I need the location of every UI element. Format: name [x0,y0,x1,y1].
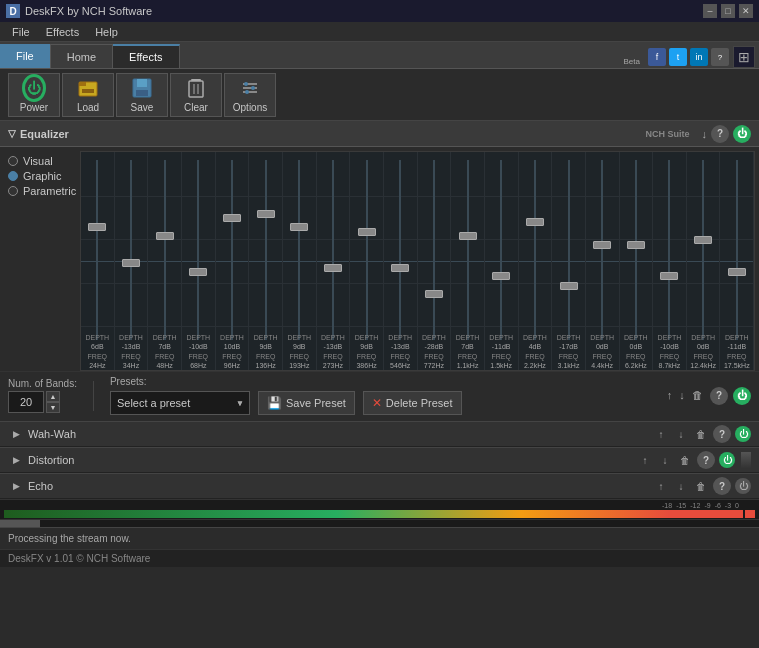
eq-band-handle-14[interactable] [560,282,578,290]
save-preset-button[interactable]: 💾 Save Preset [258,391,355,415]
eq-band-handle-10[interactable] [425,290,443,298]
eq-band-12[interactable]: DEPTH-11dBFREQ1.5kHz [485,152,519,370]
eq-toggle-icon[interactable]: ▽ [8,128,16,139]
distortion-dropdown-icon[interactable] [741,452,751,468]
eq-band-10[interactable]: DEPTH-28dBFREQ772Hz [418,152,452,370]
parametric-radio[interactable] [8,186,18,196]
eq-trash-icon[interactable]: 🗑 [692,389,703,401]
eq-band-track-2[interactable] [164,160,166,340]
eq-graphic-option[interactable]: Graphic [8,170,72,182]
eq-band-track-15[interactable] [601,160,603,340]
tab-home[interactable]: Home [51,44,113,68]
eq-band-track-19[interactable] [736,160,738,340]
eq-band-handle-9[interactable] [391,264,409,272]
tab-file[interactable]: File [0,44,51,68]
eq-band-8[interactable]: DEPTH9dBFREQ386Hz [350,152,384,370]
eq-band-0[interactable]: DEPTH6dBFREQ24Hz [81,152,115,370]
eq-down-icon[interactable]: ↓ [679,389,685,401]
echo-power-button[interactable]: ⏻ [735,478,751,494]
eq-band-19[interactable]: DEPTH-11dBFREQ17.5kHz [720,152,754,370]
echo-expand-icon[interactable]: ▶ [8,478,24,494]
eq-band-11[interactable]: DEPTH7dBFREQ1.1kHz [451,152,485,370]
linkedin-icon[interactable]: in [690,48,708,66]
save-button[interactable]: Save [116,73,168,117]
distortion-down-icon[interactable]: ↓ [657,452,673,468]
preset-select[interactable]: Select a preset Bass Boost Treble Boost … [110,391,250,415]
eq-band-track-13[interactable] [534,160,536,340]
eq-band-7[interactable]: DEPTH-13dBFREQ273Hz [317,152,351,370]
eq-band-16[interactable]: DEPTH0dBFREQ6.2kHz [620,152,654,370]
bands-down-button[interactable]: ▼ [46,402,60,413]
eq-band-6[interactable]: DEPTH9dBFREQ193Hz [283,152,317,370]
tab-effects[interactable]: Effects [113,44,179,68]
eq-band-handle-7[interactable] [324,264,342,272]
echo-info-button[interactable]: ? [713,477,731,495]
eq-power-button-2[interactable]: ⏻ [733,387,751,405]
menu-file[interactable]: File [4,24,38,40]
eq-band-handle-15[interactable] [593,241,611,249]
eq-band-handle-5[interactable] [257,210,275,218]
eq-band-track-1[interactable] [130,160,132,340]
delete-preset-button[interactable]: ✕ Delete Preset [363,391,462,415]
bands-value-input[interactable] [8,391,44,413]
clear-button[interactable]: Clear [170,73,222,117]
eq-visual-option[interactable]: Visual [8,155,72,167]
eq-band-track-12[interactable] [500,160,502,340]
eq-band-handle-19[interactable] [728,268,746,276]
eq-band-track-0[interactable] [96,160,98,340]
eq-band-track-3[interactable] [197,160,199,340]
wahwah-power-button[interactable]: ⏻ [735,426,751,442]
facebook-icon[interactable]: f [648,48,666,66]
close-button[interactable]: ✕ [739,4,753,18]
echo-up-icon[interactable]: ↑ [653,478,669,494]
eq-band-handle-8[interactable] [358,228,376,236]
eq-up-icon[interactable]: ↑ [667,389,673,401]
wahwah-expand-icon[interactable]: ▶ [8,426,24,442]
options-button[interactable]: Options [224,73,276,117]
eq-band-handle-16[interactable] [627,241,645,249]
distortion-expand-icon[interactable]: ▶ [8,452,24,468]
eq-band-handle-12[interactable] [492,272,510,280]
eq-info-button[interactable]: ? [711,125,729,143]
eq-band-handle-4[interactable] [223,214,241,222]
nch-suite-button[interactable]: ⊞ [733,46,755,68]
eq-band-4[interactable]: DEPTH10dBFREQ96Hz [216,152,250,370]
maximize-button[interactable]: □ [721,4,735,18]
eq-band-9[interactable]: DEPTH-13dBFREQ546Hz [384,152,418,370]
eq-band-handle-2[interactable] [156,232,174,240]
eq-band-track-6[interactable] [298,160,300,340]
horizontal-scrollbar[interactable] [0,519,759,527]
distortion-up-icon[interactable]: ↑ [637,452,653,468]
eq-parametric-option[interactable]: Parametric [8,185,72,197]
visual-radio[interactable] [8,156,18,166]
eq-band-3[interactable]: DEPTH-10dBFREQ68Hz [182,152,216,370]
eq-band-15[interactable]: DEPTH0dBFREQ4.4kHz [586,152,620,370]
twitter-icon[interactable]: t [669,48,687,66]
eq-band-handle-6[interactable] [290,223,308,231]
eq-band-18[interactable]: DEPTH0dBFREQ12.4kHz [687,152,721,370]
bands-up-button[interactable]: ▲ [46,391,60,402]
eq-band-handle-3[interactable] [189,268,207,276]
eq-band-track-9[interactable] [399,160,401,340]
eq-band-track-17[interactable] [668,160,670,340]
distortion-trash-icon[interactable]: 🗑 [677,452,693,468]
eq-band-17[interactable]: DEPTH-10dBFREQ8.7kHz [653,152,687,370]
eq-band-track-10[interactable] [433,160,435,340]
wahwah-trash-icon[interactable]: 🗑 [693,426,709,442]
eq-band-track-5[interactable] [265,160,267,340]
distortion-info-button[interactable]: ? [697,451,715,469]
eq-info-button-2[interactable]: ? [710,387,728,405]
eq-band-1[interactable]: DEPTH-13dBFREQ34Hz [115,152,149,370]
eq-band-2[interactable]: DEPTH7dBFREQ48Hz [148,152,182,370]
graphic-radio[interactable] [8,171,18,181]
distortion-power-button[interactable]: ⏻ [719,452,735,468]
eq-band-14[interactable]: DEPTH-17dBFREQ3.1kHz [552,152,586,370]
echo-down-icon[interactable]: ↓ [673,478,689,494]
power-button[interactable]: ⏻ Power [8,73,60,117]
eq-band-track-16[interactable] [635,160,637,340]
eq-band-track-14[interactable] [568,160,570,340]
eq-band-track-4[interactable] [231,160,233,340]
eq-download-icon[interactable]: ↓ [702,128,708,140]
eq-band-track-7[interactable] [332,160,334,340]
minimize-button[interactable]: – [703,4,717,18]
